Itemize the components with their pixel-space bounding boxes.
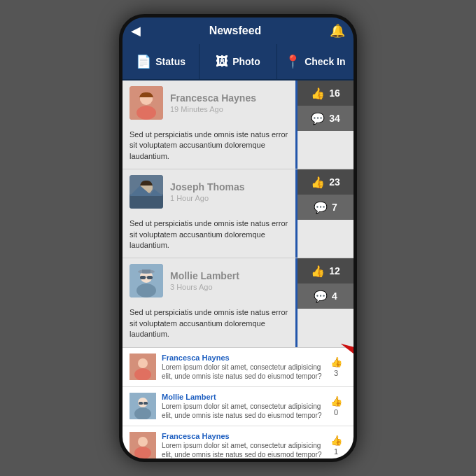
compact-content-0: Francesca Haynes Lorem ipsum dolor sit a…	[162, 354, 326, 381]
like-btn-1[interactable]: 👍 23	[298, 169, 354, 195]
status-icon: 📄	[136, 54, 151, 69]
compact-name-2: Francesca Haynes	[162, 432, 326, 440]
post-name-0: Francesca Haynes	[170, 92, 288, 104]
comment-btn-0[interactable]: 💬 34	[298, 106, 354, 131]
post-meta-0: Francesca Haynes 19 Minutes Ago	[170, 92, 288, 113]
back-icon[interactable]: ◀	[131, 23, 141, 38]
tab-photo-label: Photo	[232, 56, 260, 67]
svg-point-12	[136, 284, 156, 298]
post-text-1: Sed ut perspiciatis unde omnis iste natu…	[122, 214, 295, 258]
tab-status-label: Status	[155, 56, 186, 67]
post-meta-1: Joseph Thomas 1 Hour Ago	[170, 181, 288, 202]
post-block-2: Mollie Lambert 3 Hours Ago Sed ut perspi…	[122, 258, 354, 347]
compact-content-1: Mollie Lambert Lorem ipsum dolor sit ame…	[162, 393, 326, 420]
compact-like-2[interactable]: 👍 1	[326, 435, 346, 456]
post-time-0: 19 Minutes Ago	[170, 105, 288, 113]
like-icon-1: 👍	[311, 176, 325, 189]
like-btn-2[interactable]: 👍 12	[298, 258, 354, 284]
svg-rect-8	[130, 195, 163, 209]
compact-like-count-2: 1	[334, 447, 338, 456]
tab-bar: 📄 Status 🖼 Photo 📍 Check In	[122, 44, 354, 80]
like-count-2: 12	[329, 265, 340, 276]
avatar-0	[130, 86, 163, 120]
post-text-0: Sed ut perspiciatis unde omnis iste natu…	[122, 125, 295, 169]
post-text-2: Sed ut perspiciatis unde omnis iste natu…	[122, 303, 295, 346]
svg-point-2	[136, 106, 156, 120]
compact-text-1: Lorem ipsum dolor sit amet, consectetur …	[162, 402, 326, 420]
svg-marker-34	[341, 322, 357, 368]
compact-like-1[interactable]: 👍 0	[326, 396, 346, 416]
compact-text-2: Lorem ipsum dolor sit amet, consectetur …	[162, 441, 326, 458]
like-btn-0[interactable]: 👍 16	[298, 80, 354, 106]
compact-post-1: Mollie Lambert Lorem ipsum dolor sit ame…	[122, 387, 354, 426]
compact-avatar-2	[130, 432, 156, 458]
tab-status[interactable]: 📄 Status	[122, 44, 200, 79]
post-time-1: 1 Hour Ago	[170, 194, 288, 202]
comment-icon-2: 💬	[314, 290, 328, 303]
compact-avatar-1	[130, 393, 156, 419]
comment-btn-2[interactable]: 💬 4	[298, 284, 354, 309]
post-name-1: Joseph Thomas	[170, 181, 288, 192]
svg-point-20	[138, 358, 148, 368]
content-area: Francesca Haynes 19 Minutes Ago Sed ut p…	[122, 80, 354, 458]
post-header-2: Mollie Lambert 3 Hours Ago	[122, 258, 295, 303]
post-header-1: Joseph Thomas 1 Hour Ago	[122, 169, 295, 214]
comment-btn-1[interactable]: 💬 7	[298, 195, 354, 220]
comment-count-1: 7	[332, 202, 337, 213]
header-title: Newsfeed	[141, 24, 330, 37]
compact-section: Francesca Haynes Lorem ipsum dolor sit a…	[122, 348, 354, 458]
tab-checkin-label: Check In	[304, 56, 345, 67]
compact-name-1: Mollie Lambert	[162, 393, 326, 401]
comment-icon-0: 💬	[311, 112, 325, 125]
svg-point-28	[138, 437, 148, 447]
like-count-1: 23	[329, 176, 340, 188]
app-header: ◀ Newsfeed 🔔	[122, 18, 354, 44]
like-count-0: 16	[329, 88, 340, 99]
notification-icon[interactable]: 🔔	[330, 23, 345, 38]
comment-count-0: 34	[329, 113, 340, 124]
compact-like-count-0: 3	[334, 369, 338, 377]
compact-post-0: Francesca Haynes Lorem ipsum dolor sit a…	[122, 348, 354, 387]
compact-like-icon-0: 👍	[330, 356, 342, 368]
compact-like-count-1: 0	[334, 408, 338, 416]
photo-icon: 🖼	[216, 55, 228, 69]
svg-rect-15	[147, 276, 153, 279]
comment-count-2: 4	[332, 290, 337, 302]
post-actions-1: 👍 23 💬 7	[298, 169, 354, 258]
post-block-1: Joseph Thomas 1 Hour Ago Sed ut perspici…	[122, 169, 354, 258]
post-meta-2: Mollie Lambert 3 Hours Ago	[170, 270, 288, 291]
post-header-0: Francesca Haynes 19 Minutes Ago	[122, 80, 295, 125]
avatar-1	[130, 175, 163, 209]
svg-rect-14	[140, 276, 146, 279]
svg-rect-18	[142, 270, 150, 273]
compact-name-0: Francesca Haynes	[162, 354, 326, 362]
tab-photo[interactable]: 🖼 Photo	[200, 44, 276, 79]
like-icon-2: 👍	[311, 265, 325, 278]
like-icon-0: 👍	[311, 87, 325, 100]
post-time-2: 3 Hours Ago	[170, 283, 288, 291]
post-name-2: Mollie Lambert	[170, 270, 288, 281]
compact-avatar-0	[130, 354, 156, 380]
tab-checkin[interactable]: 📍 Check In	[277, 44, 354, 79]
avatar-2	[130, 264, 163, 298]
comment-icon-1: 💬	[314, 201, 328, 214]
compact-post-2: Francesca Haynes Lorem ipsum dolor sit a…	[122, 426, 354, 458]
svg-rect-25	[139, 402, 143, 405]
checkin-icon: 📍	[285, 54, 300, 69]
post-block-0: Francesca Haynes 19 Minutes Ago Sed ut p…	[122, 80, 354, 169]
compact-like-icon-2: 👍	[330, 435, 342, 446]
svg-rect-26	[144, 402, 148, 405]
compact-like-icon-1: 👍	[330, 396, 342, 407]
compact-text-0: Lorem ipsum dolor sit amet, consectetur …	[162, 363, 326, 381]
post-actions-0: 👍 16 💬 34	[298, 80, 354, 169]
compact-content-2: Francesca Haynes Lorem ipsum dolor sit a…	[162, 432, 326, 458]
phone-frame: ◀ Newsfeed 🔔 📄 Status 🖼 Photo 📍 Check In	[119, 14, 357, 462]
